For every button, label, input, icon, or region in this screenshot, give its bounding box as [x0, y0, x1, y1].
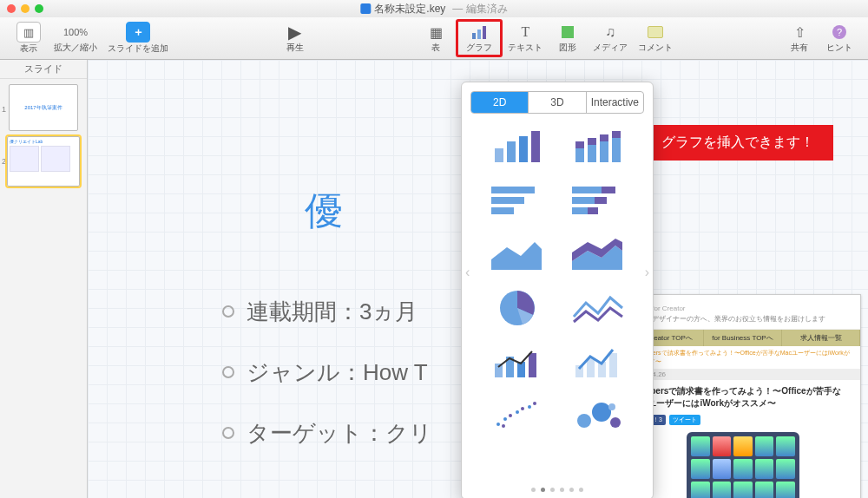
tab-2d[interactable]: 2D	[471, 92, 528, 113]
chart-option-bubble[interactable]	[562, 395, 634, 436]
pager-dot[interactable]	[569, 488, 574, 492]
svg-rect-14	[612, 131, 621, 138]
table-icon: ▦	[424, 23, 447, 42]
chart-option-stacked-area[interactable]	[562, 233, 634, 275]
svg-rect-2	[483, 26, 486, 39]
chart-option-stacked-column[interactable]	[562, 126, 634, 167]
prev-page-icon[interactable]: ‹	[465, 265, 470, 280]
table-button[interactable]: ▦ 表	[421, 23, 450, 54]
svg-rect-15	[491, 187, 535, 193]
window-titlebar: 名称未設定.key — 編集済み	[0, 0, 868, 17]
play-button[interactable]: ▶ 再生	[280, 23, 310, 54]
slide-number-2: 2	[2, 157, 6, 166]
shape-button[interactable]: 図形	[553, 23, 582, 54]
svg-rect-16	[491, 197, 524, 204]
chart-button[interactable]: グラフ	[464, 23, 494, 54]
media-button[interactable]: ♫ メディア	[593, 23, 628, 54]
webcard-breadcrumb: ■ Numbersで請求書を作ってみよう！〜Officeが苦手なMacユーザーに…	[626, 346, 860, 369]
chart-option-stacked-bar[interactable]	[562, 180, 634, 221]
svg-rect-5	[519, 136, 528, 162]
svg-point-38	[509, 414, 512, 417]
svg-point-46	[610, 417, 621, 428]
slide-thumb-2[interactable]: 優クリエイトLab	[7, 136, 80, 187]
svg-point-45	[592, 403, 611, 422]
svg-rect-6	[531, 131, 540, 162]
pager-dot[interactable]	[531, 488, 536, 492]
filename: 名称未設定.key	[374, 2, 445, 16]
slide-number-1: 1	[2, 105, 6, 114]
view-button[interactable]: ▥ 表示	[14, 22, 43, 55]
chart-icon	[468, 23, 490, 42]
svg-point-47	[608, 403, 615, 410]
comment-button[interactable]: コメント	[638, 23, 673, 54]
close-icon[interactable]	[7, 4, 16, 13]
hint-icon: ?	[828, 23, 851, 42]
share-icon: ⇧	[788, 23, 811, 42]
sidebar-header: スライド	[0, 60, 87, 79]
text-button[interactable]: T テキスト	[508, 23, 542, 54]
pager-dot[interactable]	[560, 488, 564, 492]
bullet-icon	[222, 427, 234, 439]
webcard-date: 2017.04.26	[626, 369, 860, 380]
chart-option-two-axis[interactable]	[562, 341, 634, 383]
zoom-value: 100%	[63, 23, 88, 42]
svg-rect-10	[588, 138, 596, 145]
slide-body-text[interactable]: 連載期間：3ヵ月 ジャンル：How T ターゲット：クリ	[222, 281, 432, 464]
svg-point-36	[496, 423, 500, 426]
play-icon: ▶	[284, 23, 306, 42]
pager-dot[interactable]	[541, 488, 545, 492]
svg-rect-13	[612, 138, 621, 162]
pager-dot[interactable]	[579, 488, 583, 492]
chart-option-bar[interactable]	[481, 180, 553, 221]
svg-rect-19	[602, 187, 615, 193]
svg-rect-3	[495, 148, 503, 162]
webcard-nav: for Creator TOPへ for Business TOPへ 求人情報一…	[626, 330, 860, 346]
minimize-icon[interactable]	[21, 4, 30, 13]
next-page-icon[interactable]: ›	[645, 265, 649, 280]
twitter-share-button[interactable]: ツイート	[669, 415, 700, 425]
chart-option-column[interactable]	[481, 126, 553, 167]
slide-thumb-1[interactable]: 2017年執筆案件	[9, 84, 78, 131]
embedded-webpage[interactable]: Lab for Creator ター・デザイナーの方へ、業界のお役立ち情報をお届…	[625, 294, 861, 498]
svg-rect-21	[595, 197, 607, 204]
svg-rect-9	[588, 145, 596, 162]
pager-dot[interactable]	[550, 488, 555, 492]
zoom-icon[interactable]	[35, 4, 43, 13]
chart-option-area[interactable]	[481, 233, 553, 275]
slide-canvas[interactable]: 優 Lab 連載期間：3ヵ月 ジャンル：How T ターゲット：クリ http:…	[88, 60, 868, 498]
chart-option-pie[interactable]	[481, 287, 553, 329]
chart-type-tabs: 2D 3D Interactive	[470, 91, 644, 114]
share-button[interactable]: ⇧ 共有	[785, 23, 814, 54]
svg-point-41	[528, 405, 531, 409]
svg-rect-23	[588, 207, 598, 214]
document-title: 名称未設定.key — 編集済み	[360, 2, 507, 16]
svg-rect-18	[572, 187, 602, 193]
tab-3d[interactable]: 3D	[528, 92, 585, 113]
add-slide-button[interactable]: ＋ スライドを追加	[108, 22, 168, 55]
chart-option-line[interactable]	[562, 287, 634, 329]
svg-rect-8	[575, 141, 584, 148]
svg-rect-7	[575, 148, 584, 162]
svg-rect-35	[609, 353, 617, 377]
svg-rect-0	[472, 33, 476, 39]
chart-button-highlight: グラフ	[456, 19, 503, 57]
svg-rect-1	[477, 29, 481, 39]
zoom-select[interactable]: 100% 拡大／縮小	[54, 23, 97, 54]
chart-option-scatter[interactable]	[481, 395, 553, 436]
webcard-nav-item[interactable]: for Business TOPへ	[704, 330, 782, 346]
chart-picker-popover: 2D 3D Interactive ‹ ›	[461, 82, 654, 498]
slide-navigator: スライド 1 2017年執筆案件 2 優クリエイトLab	[0, 60, 88, 498]
svg-rect-20	[572, 197, 595, 204]
tab-interactive[interactable]: Interactive	[586, 92, 643, 113]
slide-title[interactable]: 優 Lab	[305, 186, 343, 237]
webcard-image	[687, 432, 799, 498]
chart-option-mixed[interactable]	[481, 341, 553, 383]
webcard-nav-item[interactable]: 求人情報一覧	[782, 330, 860, 346]
instruction-callout: グラフを挿入できます！	[642, 125, 833, 161]
webcard-article-title: Numbersで請求書を作ってみよう！〜Officeが苦手なMacユーザーにはi…	[626, 380, 860, 415]
traffic-lights[interactable]	[7, 4, 43, 13]
webcard-tagline: ター・デザイナーの方へ、業界のお役立ち情報をお届けします	[631, 315, 825, 323]
text-icon: T	[514, 23, 536, 42]
hint-button[interactable]: ? ヒント	[825, 23, 854, 54]
svg-point-40	[521, 407, 524, 410]
